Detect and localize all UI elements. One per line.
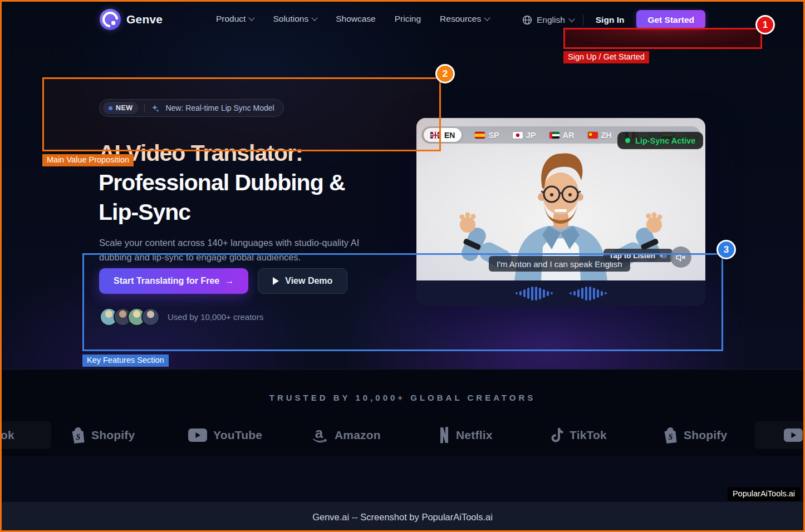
- language-pill-ar[interactable]: AR: [549, 131, 575, 140]
- footer-bar: Genve.ai -- Screenshot by PopularAiTools…: [0, 502, 805, 532]
- youtube-icon: [784, 428, 803, 442]
- annotation-label-key-features: Key Features Section: [82, 354, 169, 367]
- annotation-label-value-prop: Main Value Proposition: [42, 154, 134, 166]
- spain-flag-icon: [475, 132, 485, 139]
- amazon-icon: a: [312, 426, 328, 444]
- nav-item-showcase[interactable]: Showcase: [336, 14, 376, 24]
- language-pill-zh[interactable]: ZH: [588, 131, 612, 140]
- language-pill-sp[interactable]: SP: [475, 131, 499, 140]
- logo-youtube-partial: YouTube: [784, 418, 805, 452]
- get-started-button[interactable]: Get Started: [636, 10, 705, 29]
- nav-item-resources[interactable]: Resources: [440, 14, 489, 24]
- annotation-box-key-features: [82, 253, 723, 351]
- svg-text:S: S: [669, 433, 673, 441]
- annotation-label-signup: Sign Up / Get Started: [563, 51, 649, 63]
- brand-logo-carousel: TikTok S Shopify YouTube a Amazon: [0, 418, 805, 452]
- china-flag-icon: [588, 132, 598, 139]
- tiktok-icon: [549, 427, 563, 444]
- language-selector[interactable]: English: [522, 15, 574, 25]
- uae-flag-icon: [549, 132, 559, 139]
- annotation-box-signup: [563, 28, 762, 49]
- page-root: Genve Product Solutions Showcase Pricing…: [0, 0, 805, 532]
- logo-shopify-2: S Shopify: [664, 418, 727, 452]
- japan-flag-icon: [513, 132, 523, 139]
- svg-text:S: S: [76, 433, 81, 441]
- nav-divider: [583, 14, 583, 26]
- annotation-box-value-prop: [42, 77, 441, 151]
- annotation-badge-1: 1: [755, 15, 775, 35]
- logo-tiktok-partial: TikTok: [0, 418, 14, 452]
- sign-in-link[interactable]: Sign In: [596, 15, 625, 25]
- annotation-badge-2: 2: [435, 64, 455, 83]
- brand-name: Genve: [126, 13, 163, 26]
- trusted-heading: TRUSTED BY 10,000+ GLOBAL CREATORS: [0, 393, 805, 402]
- language-pill-jp[interactable]: JP: [513, 131, 536, 140]
- page-title: AI Video Translator: Professional Dubbin…: [99, 139, 345, 227]
- nav-right: English Sign In Get Started: [522, 10, 705, 29]
- nav-item-solutions[interactable]: Solutions: [273, 14, 317, 24]
- lower-background: [0, 456, 805, 502]
- green-dot-icon: [625, 138, 630, 143]
- lipsync-status-badge: Lip-Sync Active: [617, 132, 703, 149]
- svg-text:a: a: [315, 426, 323, 441]
- shopify-icon: S: [71, 427, 85, 444]
- main-nav: Product Solutions Showcase Pricing Resou…: [216, 14, 489, 24]
- youtube-icon: [188, 428, 207, 442]
- logo-tiktok: TikTok: [549, 418, 607, 452]
- footer-caption: Genve.ai -- Screenshot by PopularAiTools…: [312, 512, 493, 523]
- globe-icon: [522, 15, 532, 25]
- chevron-down-icon: [568, 16, 575, 22]
- brand-logo[interactable]: Genve: [100, 9, 163, 30]
- chevron-down-icon: [484, 14, 490, 21]
- nav-item-product[interactable]: Product: [216, 14, 254, 24]
- logo-netflix: Netflix: [439, 418, 493, 452]
- genve-logo-icon: [100, 9, 121, 30]
- annotation-badge-3: 3: [716, 240, 736, 259]
- logo-youtube: YouTube: [188, 418, 262, 452]
- logo-amazon: a Amazon: [312, 418, 381, 452]
- chevron-down-icon: [312, 14, 318, 21]
- nav-item-pricing[interactable]: Pricing: [395, 14, 421, 24]
- logo-shopify: S Shopify: [71, 418, 135, 452]
- shopify-icon: S: [664, 427, 678, 444]
- watermark-badge: PopularAiTools.ai: [728, 487, 800, 501]
- netflix-icon: [439, 427, 450, 444]
- chevron-down-icon: [249, 14, 255, 21]
